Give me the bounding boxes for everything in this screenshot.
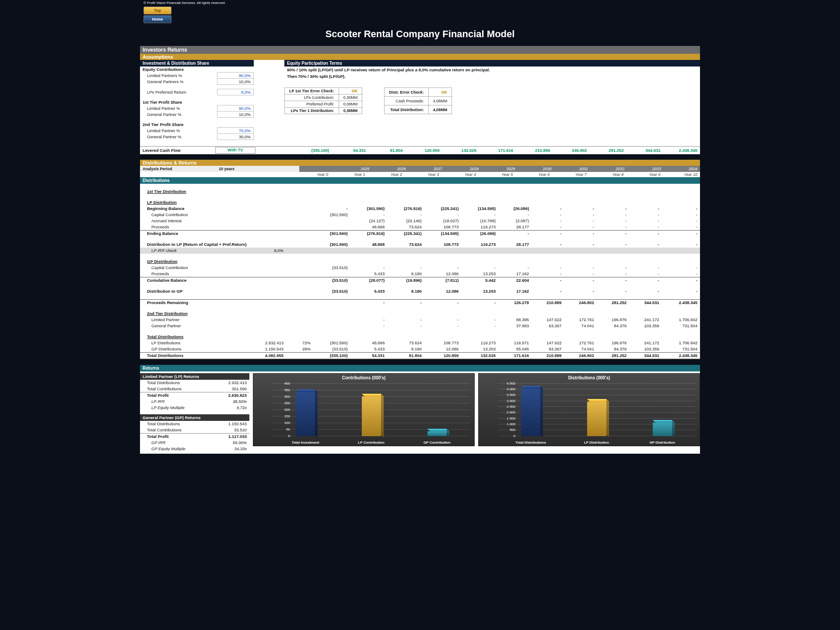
section-investors-returns: Investors Returns <box>140 46 700 54</box>
distributions-chart: Distributions (000's)05001.0001.5002.000… <box>478 373 700 446</box>
t1-lp-input[interactable]: 90,0% <box>217 105 254 111</box>
gp-returns-hdr: General Partner (GP) Returns <box>140 414 249 421</box>
lp-pct-input[interactable]: 90,0% <box>217 72 254 78</box>
section-assumptions: Assumptions <box>140 54 700 60</box>
terms-line-2: Then 70% / 30% split (LP/GP). <box>284 73 700 80</box>
section-dist-returns: Distributions & Returns <box>140 160 700 166</box>
page-title: Scooter Rental Company Financial Model <box>140 25 700 46</box>
with-tv-cell[interactable]: With TV <box>215 147 256 154</box>
top-button[interactable]: Top <box>144 7 172 14</box>
hdr-equity-terms: Equity Participation Terms <box>284 60 700 66</box>
terms-line-1: 90% / 10% split (LP/GP) until LP receive… <box>284 66 700 73</box>
home-button[interactable]: Home <box>144 15 172 23</box>
check-table-1: LP 1st Tier Error Check:OK LPs Contribut… <box>284 88 362 114</box>
lp-pref-input[interactable]: 8,0% <box>217 89 254 95</box>
distributions-table: 1st Tier DistributionLP DistributionBegi… <box>140 184 700 360</box>
check-table-2: Distr. Error Check:OK Cash Proceeds:4,08… <box>384 88 452 114</box>
t2-lp-input[interactable]: 70,0% <box>217 127 254 133</box>
assumptions-table: Equity Contributions Limited Partners %9… <box>140 66 254 140</box>
contributions-chart: Contributions (000's)0501001502002503003… <box>253 373 475 446</box>
hdr-investment-share: Investment & Distribution Share <box>140 60 254 66</box>
copyright: © Profit Vision Financial Services. All … <box>140 0 700 6</box>
levered-cash-flow-row: Levered Cash Flow With TV (335.100)54.33… <box>140 146 700 154</box>
section-distributions: Distributions <box>140 177 700 184</box>
lp-returns-hdr: Limited Partner (LP) Returns <box>140 373 249 380</box>
section-returns: Returns <box>140 365 700 371</box>
